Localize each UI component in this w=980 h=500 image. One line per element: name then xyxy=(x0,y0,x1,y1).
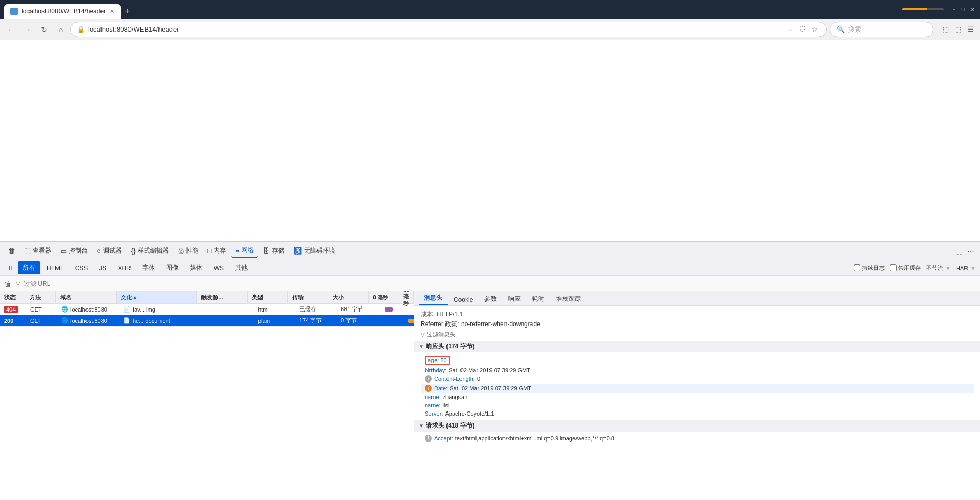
tab-media[interactable]: 媒体 xyxy=(185,261,208,274)
tab-xhr[interactable]: XHR xyxy=(112,262,136,274)
page-content xyxy=(0,40,980,241)
filter-headers-row: ▽ 过滤消息头 xyxy=(421,331,974,339)
response-headers-section[interactable]: ▼ 响应头 (174 字节) xyxy=(414,341,980,352)
details-tab-cookie[interactable]: Cookie xyxy=(449,294,478,305)
tab-image[interactable]: 图像 xyxy=(161,261,184,274)
devtools-inspector[interactable]: ⬚ 查看器 xyxy=(20,244,55,257)
rh-server-value: Apache-Coyote/1.1 xyxy=(445,410,494,417)
domain-globe-icon-2: 🌐 xyxy=(61,317,68,324)
rh-server: Server: Apache-Coyote/1.1 xyxy=(421,409,974,418)
warn-icon-date: ! xyxy=(425,385,432,392)
sidebar-icon[interactable]: ⬚ xyxy=(941,24,951,35)
pocket-icon[interactable]: 🛡 xyxy=(797,24,808,35)
request-headers-section[interactable]: ▼ 请求头 (418 字节) xyxy=(414,420,980,432)
search-placeholder: 搜索 xyxy=(848,25,861,34)
details-tab-timing[interactable]: 耗时 xyxy=(527,292,550,305)
persistent-log-checkbox-label[interactable]: 持续日志 xyxy=(854,264,885,272)
devtools-more[interactable]: ⋯ xyxy=(965,246,976,256)
tab-favicon xyxy=(10,8,18,15)
clear-button[interactable]: 🗑 xyxy=(4,280,11,288)
pause-recording-button[interactable]: ⏸ xyxy=(4,263,17,273)
disable-cache-checkbox[interactable] xyxy=(890,264,897,271)
request-section-toggle: ▼ xyxy=(419,423,424,429)
col-file[interactable]: 文化▲ xyxy=(117,291,197,303)
rh-name-lisi: name: lisi xyxy=(421,401,974,409)
tab-other[interactable]: 其他 xyxy=(230,261,253,274)
devtools-storage[interactable]: 🗄 存储 xyxy=(259,244,289,257)
filter-input[interactable] xyxy=(24,280,976,287)
rh-accept-value: text/html,application/xhtml+xm...ml;q=0.… xyxy=(455,435,614,442)
rh-date-value: Sat, 02 Mar 2019 07:39:29 GMT xyxy=(450,385,531,391)
network-row[interactable]: 404 GET 🌐localhost:8080 📄fav... img html… xyxy=(0,304,414,315)
bookmark-icon[interactable]: ☆ xyxy=(810,24,820,35)
accessibility-icon: ♿ xyxy=(294,247,302,255)
col-type: 类型 xyxy=(248,291,288,303)
throttle-label: 不节流 xyxy=(926,264,943,272)
method-cell-200: GET xyxy=(26,315,57,326)
tab-font[interactable]: 字体 xyxy=(137,261,160,274)
rh-server-name: Server: xyxy=(425,410,443,417)
active-tab[interactable]: localhost:8080/WEB14/header ✕ xyxy=(4,4,121,19)
details-tab-params[interactable]: 参数 xyxy=(479,292,502,305)
search-box[interactable]: 🔍 搜索 xyxy=(830,22,933,37)
address-lock-icon: 🔒 xyxy=(77,26,85,33)
details-tab-headers[interactable]: 消息头 xyxy=(419,291,448,305)
devtools-debugger[interactable]: ○ 调试器 xyxy=(93,244,126,257)
type-cell-200: plain xyxy=(254,315,295,326)
details-tab-stacktrace[interactable]: 堆栈跟踪 xyxy=(551,292,586,305)
disable-cache-checkbox-label[interactable]: 禁用缓存 xyxy=(890,264,921,272)
minimize-button[interactable]: － xyxy=(950,6,957,13)
rh-date-name: Date: xyxy=(434,385,448,391)
reload-button[interactable]: ↻ xyxy=(37,23,51,36)
col-method: 方法 xyxy=(25,291,56,303)
network-row-selected[interactable]: 200 GET 🌐localhost:8080 📄he... document … xyxy=(0,315,414,327)
new-tab-button[interactable]: + xyxy=(121,4,135,19)
persistent-log-checkbox[interactable] xyxy=(854,264,860,271)
col-size: 大小 xyxy=(328,291,369,303)
back-button[interactable]: ← xyxy=(4,23,18,36)
domain-cell-200: 🌐localhost:8080 xyxy=(57,315,119,326)
tab-js[interactable]: JS xyxy=(94,262,111,274)
tab-css[interactable]: CSS xyxy=(70,262,93,274)
timeline-bar-orange xyxy=(408,319,414,323)
tab-ws[interactable]: WS xyxy=(209,262,229,274)
forward-button[interactable]: → xyxy=(21,23,34,36)
rh-name1-value: zhangsan xyxy=(443,394,468,400)
close-button[interactable]: ✕ xyxy=(969,6,976,13)
tab-close-button[interactable]: ✕ xyxy=(110,8,114,15)
ellipsis-icon[interactable]: ··· xyxy=(785,24,795,35)
rh-name2-name: name: xyxy=(425,402,441,408)
devtools-console[interactable]: ▭ 控制台 xyxy=(56,244,92,257)
col-initiator: 触发源... xyxy=(197,291,248,303)
rh-accept: i Accept: text/html,application/xhtml+xm… xyxy=(421,434,974,443)
devtools-network[interactable]: ≡ 网络 xyxy=(231,244,258,258)
devtools-memory[interactable]: □ 内存 xyxy=(204,244,230,257)
tab-all[interactable]: 所有 xyxy=(18,261,40,274)
col-timeline-80: 80 毫秒 xyxy=(399,291,414,303)
devtools-accessibility[interactable]: ♿ 无障碍环境 xyxy=(290,244,339,257)
details-panel: 消息头 Cookie 参数 响应 耗时 堆栈跟踪 成本: HTTP/1.1 Re… xyxy=(414,291,980,500)
address-text: localhost:8080/WEB14/header xyxy=(88,25,782,33)
menu-icon[interactable]: ☰ xyxy=(965,24,976,35)
devtools-trash[interactable]: 🗑 xyxy=(4,245,19,257)
network-table-header: 状态 方法 域名 文化▲ 触发源... 类型 传输 大小 0 毫秒 80 毫秒 xyxy=(0,291,414,304)
tab-html[interactable]: HTML xyxy=(41,262,69,274)
filter-headers-label: 过滤消息头 xyxy=(427,331,455,339)
rh-birthday: birthday: Sat, 02 Mar 2019 07:39:29 GMT xyxy=(421,366,974,374)
rh-content-length: i Content-Length: 0 xyxy=(421,374,974,384)
network-icon: ≡ xyxy=(235,246,239,254)
maximize-button[interactable]: □ xyxy=(959,6,967,13)
throttle-arrow: ▼ xyxy=(945,265,951,271)
details-tab-response[interactable]: 响应 xyxy=(503,292,526,305)
info-icon-accept: i xyxy=(425,435,432,442)
file-cell: 📄fav... img xyxy=(119,304,202,315)
devtools-performance[interactable]: ◎ 性能 xyxy=(174,244,203,257)
inspector-label: 查看器 xyxy=(33,246,51,255)
devtools-style-editor[interactable]: {} 样式编辑器 xyxy=(127,244,173,257)
type-cell: html xyxy=(254,304,295,315)
devtools-undock[interactable]: ⬚ xyxy=(954,246,964,256)
home-button[interactable]: ⌂ xyxy=(54,23,67,36)
address-input[interactable]: 🔒 localhost:8080/WEB14/header ··· 🛡 ☆ xyxy=(70,22,827,37)
extensions-icon[interactable]: ⬚ xyxy=(953,24,963,35)
browser-titlebar: localhost:8080/WEB14/header ✕ + － □ ✕ xyxy=(0,0,980,19)
